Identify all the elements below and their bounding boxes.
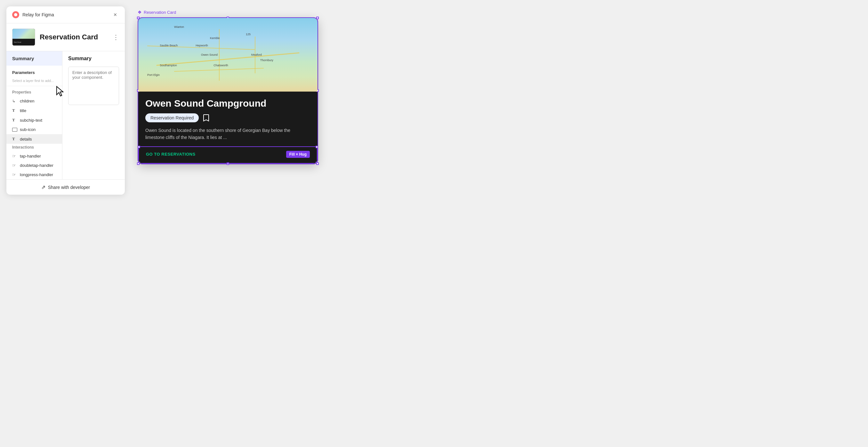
footer-handle-tl: [138, 146, 140, 148]
reservation-badge: Reservation Required: [145, 113, 199, 122]
sidebar-item-label: longpress-handler: [20, 172, 53, 177]
more-options-button[interactable]: ⋮: [113, 33, 119, 41]
map-label: Southampton: [160, 64, 177, 67]
panel-body: Summary Parameters Select a layer first …: [6, 51, 125, 179]
sidebar-item-children[interactable]: ↳ children: [6, 96, 62, 106]
footer-handle-bl: [138, 162, 140, 163]
card-map: Wiarton Kemble Sauble Beach Hepworth Owe…: [138, 18, 317, 92]
card-content: Owen Sound Campground Reservation Requir…: [138, 92, 317, 163]
sidebar-item-label: subchip-text: [20, 118, 42, 123]
card-footer-row: GO TO RESERVATIONS Fill × Hug: [146, 151, 310, 158]
description-textarea[interactable]: [68, 67, 119, 105]
figma-component-icon: ❖: [137, 9, 142, 15]
share-with-developer-button[interactable]: ⇗ Share with developer: [41, 184, 90, 190]
summary-tab[interactable]: Summary: [6, 51, 62, 66]
close-button[interactable]: ×: [112, 11, 119, 19]
sidebar-item-label: details: [20, 137, 32, 142]
component-title: Reservation Card: [40, 33, 98, 41]
sidebar-item-label: title: [20, 108, 26, 113]
title-icon: T: [12, 108, 17, 113]
properties-group-label: Properties: [6, 86, 62, 96]
card-description: Owen Sound is located on the southern sh…: [145, 127, 310, 141]
sidebar-item-sub-icon[interactable]: sub-icon: [6, 125, 62, 134]
panel-header: Relay for Figma ×: [6, 6, 125, 23]
thumbnail-text: Owen Sound: [14, 41, 21, 43]
select-hint: Select a layer first to add...: [6, 78, 62, 86]
footer-handle-tr: [316, 146, 317, 148]
bookmark-icon[interactable]: [202, 114, 210, 122]
card-tags-row: Reservation Required: [145, 113, 310, 122]
share-icon: ⇗: [41, 184, 45, 190]
sidebar-item-tap-handler[interactable]: ☞ tap-handler: [6, 151, 62, 161]
map-label: Kemble: [210, 36, 220, 40]
card-footer-section: GO TO RESERVATIONS Fill × Hug: [138, 146, 317, 163]
app-name: Relay for Figma: [22, 12, 54, 17]
component-header: Owen Sound Reservation Card ⋮: [6, 23, 125, 51]
sidebar-item-label: sub-icon: [20, 127, 35, 132]
relay-logo-inner: [14, 13, 17, 16]
thumbnail-dark: Owen Sound: [12, 39, 35, 46]
frame-label: ❖ Reservation Card: [137, 9, 176, 15]
interactions-group-label: Interactions: [6, 144, 62, 151]
children-icon: ↳: [12, 99, 17, 103]
map-label: Chatsworth: [214, 64, 228, 67]
map-label: Owen Sound: [201, 53, 218, 56]
canvas-area: ❖ Reservation Card Wiarton Kemble Sauble…: [137, 6, 862, 164]
reservation-card-wrapper: Wiarton Kemble Sauble Beach Hepworth Owe…: [137, 17, 318, 164]
sidebar-item-label: doubletap-handler: [20, 163, 54, 168]
map-label: Hepworth: [195, 44, 208, 47]
right-content: Summary: [62, 51, 125, 179]
frame-label-text: Reservation Card: [144, 10, 176, 15]
relay-logo: [12, 11, 19, 18]
map-label: Port Elgin: [147, 73, 160, 77]
footer-handle-br: [316, 162, 317, 163]
sidebar-item-subchip-text[interactable]: T subchip-text: [6, 115, 62, 125]
sub-icon-icon: [12, 128, 17, 131]
summary-title: Summary: [68, 56, 119, 61]
sidebar-item-longpress-handler[interactable]: ☞ longpress-handler: [6, 170, 62, 179]
go-reservations-link[interactable]: GO TO RESERVATIONS: [146, 152, 195, 156]
details-icon: T: [12, 137, 17, 142]
sidebar-item-label: children: [20, 99, 35, 103]
sidebar-item-label: tap-handler: [20, 154, 41, 158]
subchip-text-icon: T: [12, 118, 17, 123]
sidebar-item-doubletap-handler[interactable]: ☞ doubletap-handler: [6, 161, 62, 170]
map-label: Sauble Beach: [160, 44, 178, 47]
map-label: Thornbury: [260, 59, 273, 62]
component-header-left: Owen Sound Reservation Card: [12, 29, 98, 46]
sidebar-item-title[interactable]: T title: [6, 106, 62, 115]
map-label: Meaford: [251, 53, 262, 56]
parameters-label: Parameters: [6, 66, 62, 78]
fill-hug-badge: Fill × Hug: [286, 151, 310, 158]
panel-footer: ⇗ Share with developer: [6, 179, 125, 195]
doubletap-handler-icon: ☞: [12, 163, 17, 168]
component-thumbnail: Owen Sound: [12, 29, 35, 46]
campground-name: Owen Sound Campground: [145, 98, 310, 109]
map-label: Wiarton: [174, 25, 184, 29]
left-panel: Relay for Figma × Owen Sound Reservation…: [6, 6, 125, 195]
reservation-card: Wiarton Kemble Sauble Beach Hepworth Owe…: [138, 18, 317, 163]
panel-header-left: Relay for Figma: [12, 11, 54, 18]
tap-handler-icon: ☞: [12, 154, 17, 158]
longpress-handler-icon: ☞: [12, 172, 17, 177]
sidebar: Summary Parameters Select a layer first …: [6, 51, 62, 179]
map-label: 125: [246, 33, 251, 36]
sidebar-item-details[interactable]: T details: [6, 134, 62, 144]
thumbnail-map: [12, 29, 35, 39]
share-label: Share with developer: [48, 185, 90, 190]
